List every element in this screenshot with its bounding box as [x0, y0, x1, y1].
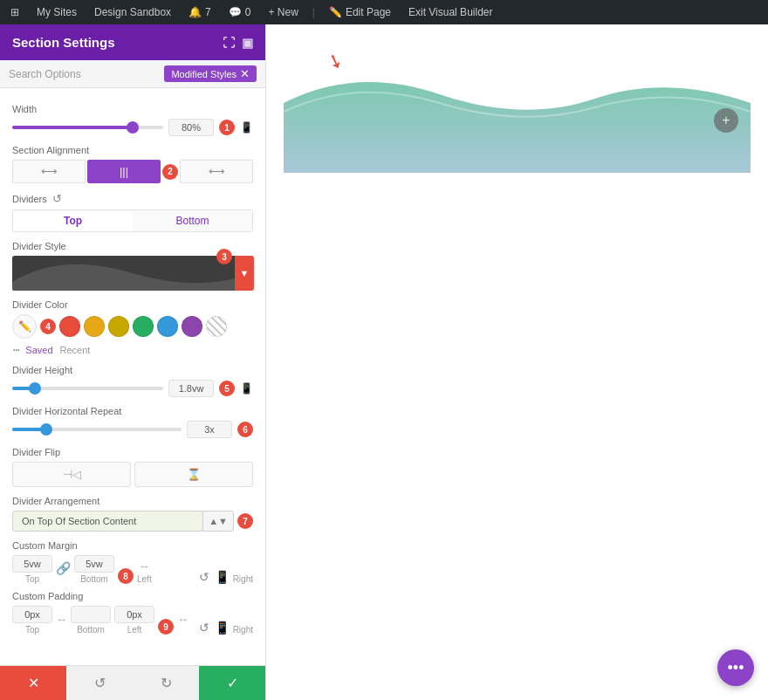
edit-page-btn[interactable]: ✏️ Edit Page	[326, 6, 394, 18]
confirm-btn[interactable]: ✓	[199, 666, 265, 700]
margin-right-field: Right	[233, 574, 253, 584]
color-blue[interactable]	[157, 316, 178, 337]
margin-left-icon: ↔	[139, 559, 150, 573]
search-options-label[interactable]: Search Options	[9, 68, 81, 80]
dividers-header: Dividers ↺	[12, 192, 253, 205]
badge-6: 6	[237, 422, 253, 437]
width-slider-thumb[interactable]	[127, 121, 139, 134]
align-left-btn[interactable]: ⟷	[12, 160, 86, 183]
margin-actions: ↺ 📱	[199, 570, 230, 584]
badge-8: 8	[118, 568, 134, 584]
color-red[interactable]	[59, 316, 80, 337]
custom-margin-row: Top 🔗 Bottom 8 ↔ Left ↺ 📱 Right	[12, 555, 253, 584]
padding-link-icon[interactable]: ↔	[56, 613, 67, 626]
padding-right-field: Right	[233, 625, 253, 635]
divider-height-label: Divider Height	[12, 365, 253, 375]
margin-left-field: ↔ Left	[137, 559, 152, 584]
margin-device-icon[interactable]: 📱	[215, 570, 230, 584]
my-sites-menu[interactable]: My Sites	[33, 6, 80, 18]
my-sites-label: My Sites	[37, 6, 77, 18]
padding-left-input[interactable]	[114, 606, 154, 623]
topbar-sep: |	[312, 6, 315, 18]
padding-right-lbl: Right	[233, 625, 253, 635]
padding-reset-icon[interactable]: ↺	[199, 621, 209, 635]
tab-top[interactable]: Top	[13, 210, 133, 231]
color-recent[interactable]: Recent	[60, 345, 91, 355]
minimize-icon[interactable]: ▣	[242, 36, 253, 50]
width-input[interactable]	[168, 119, 214, 136]
width-row: 1 📱	[12, 119, 253, 136]
exit-visual-builder-btn[interactable]: Exit Visual Builder	[405, 6, 497, 18]
divider-horiz-label: Divider Horizontal Repeat	[12, 406, 253, 416]
unit-toggle-height[interactable]: 📱	[240, 382, 253, 395]
divider-height-row: 5 📱	[12, 380, 253, 397]
color-saved[interactable]: Saved	[25, 345, 52, 355]
divider-height-input[interactable]	[168, 380, 214, 397]
align-right-btn[interactable]: ⟷	[180, 160, 253, 183]
tab-bottom[interactable]: Bottom	[133, 210, 252, 231]
modified-styles-label: Modified Styles	[171, 69, 237, 79]
modified-styles-close[interactable]: ✕	[240, 67, 250, 80]
margin-top-input[interactable]	[12, 555, 52, 573]
divider-horiz-slider[interactable]	[12, 428, 182, 431]
notifications-btn[interactable]: 🔔 7	[185, 6, 215, 18]
color-yellow[interactable]	[84, 316, 105, 337]
padding-bottom-input[interactable]	[71, 606, 111, 623]
section-settings-panel: Section Settings ⛶ ▣ Search Options Modi…	[0, 24, 266, 700]
align-center-btn[interactable]: |||	[87, 160, 161, 183]
divider-arrangement-label: Divider Arrangement	[12, 496, 253, 506]
padding-top-input[interactable]	[12, 606, 52, 623]
reset-btn[interactable]: ↺	[66, 666, 133, 700]
flip-vertical-btn[interactable]: ⌛	[134, 462, 253, 487]
refresh-btn[interactable]: ↻	[133, 666, 199, 700]
color-purple[interactable]	[182, 316, 202, 337]
alignment-row: ⟷ ||| 2 ⟷	[12, 160, 253, 183]
flip-horizontal-btn[interactable]: ⊣◁	[12, 462, 131, 487]
padding-link2-icon[interactable]: ↔	[177, 613, 189, 626]
new-btn[interactable]: + New	[264, 6, 301, 18]
comments-btn[interactable]: 💬 0	[225, 6, 255, 18]
color-gold[interactable]	[108, 316, 129, 337]
margin-right-lbl: Right	[233, 574, 253, 584]
fullscreen-icon[interactable]: ⛶	[223, 36, 235, 50]
width-label: Width	[12, 104, 253, 114]
color-striped[interactable]	[206, 316, 227, 337]
canvas-add-btn[interactable]: +	[714, 108, 738, 133]
badge-3: 3	[216, 249, 232, 264]
margin-link-icon[interactable]: 🔗	[56, 561, 71, 575]
wp-logo[interactable]: ⊞	[7, 6, 23, 18]
panel-title: Section Settings	[12, 35, 115, 50]
modified-styles-badge[interactable]: Modified Styles ✕	[164, 65, 257, 82]
dividers-reset-icon[interactable]: ↺	[52, 192, 62, 205]
margin-reset-icon[interactable]: ↺	[199, 570, 209, 584]
panel-header-icons: ⛶ ▣	[223, 36, 253, 50]
fab-btn[interactable]: •••	[717, 649, 754, 686]
color-picker-btn[interactable]: ✏️	[12, 314, 37, 339]
color-green[interactable]	[133, 316, 154, 337]
badge-5: 5	[219, 381, 235, 396]
wave-section[interactable]: +	[284, 68, 751, 173]
padding-actions: ↺ 📱	[199, 621, 230, 635]
divider-style-box: ▼ 3	[12, 256, 253, 291]
padding-device-icon[interactable]: 📱	[215, 621, 230, 635]
divider-height-thumb[interactable]	[29, 382, 41, 395]
margin-top-field: Top	[12, 555, 52, 584]
main-area: Section Settings ⛶ ▣ Search Options Modi…	[0, 24, 768, 700]
custom-padding-row: Top ↔ Bottom Left 9 ↔ ↺ 📱 Right	[12, 606, 253, 635]
visual-builder-canvas: ➘ + •••	[266, 24, 768, 700]
design-sandbox-link[interactable]: Design Sandbox	[91, 6, 175, 18]
color-dots[interactable]: ···	[12, 342, 18, 358]
divider-style-dropdown[interactable]: ▼	[235, 256, 254, 291]
padding-bottom-lbl: Bottom	[77, 625, 105, 635]
divider-height-slider[interactable]	[12, 387, 163, 390]
margin-top-lbl: Top	[25, 574, 39, 584]
margin-bottom-input[interactable]	[74, 555, 114, 573]
arrangement-dropdown[interactable]: ▲▼	[202, 511, 234, 532]
divider-horiz-thumb[interactable]	[40, 423, 52, 436]
divider-horiz-input[interactable]	[187, 421, 232, 438]
unit-toggle-1[interactable]: 📱	[240, 121, 253, 134]
width-slider-track[interactable]	[12, 126, 163, 129]
fab-label: •••	[728, 659, 744, 677]
search-bar: Search Options Modified Styles ✕	[0, 60, 265, 88]
cancel-btn[interactable]: ✕	[0, 666, 66, 700]
